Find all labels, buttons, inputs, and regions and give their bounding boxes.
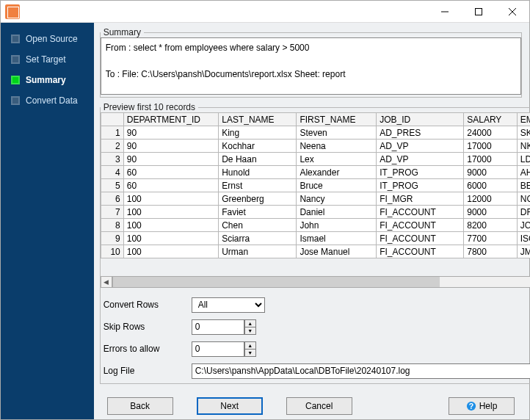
table-cell: Kochhar — [219, 140, 297, 153]
wizard-step-summary[interactable]: Summary — [1, 70, 94, 90]
skip-rows-input[interactable] — [192, 319, 244, 335]
titlebar — [1, 1, 529, 23]
spin-up-icon[interactable]: ▲ — [244, 341, 256, 349]
table-row[interactable]: 8100ChenJohnFI_ACCOUNT8200JCHEN108 — [101, 219, 530, 232]
log-file-input[interactable] — [192, 363, 530, 379]
row-num-cell: 8 — [101, 219, 123, 232]
column-header[interactable]: LAST_NAME — [219, 113, 297, 126]
next-button[interactable]: Next — [197, 397, 263, 415]
table-cell: 100 — [123, 206, 218, 219]
table-cell: 7800 — [464, 245, 518, 258]
table-cell: 7700 — [464, 232, 518, 245]
errors-allow-input[interactable] — [192, 341, 244, 357]
table-cell: ISCIARRA — [517, 232, 530, 245]
wizard-step-set-target[interactable]: Set Target — [1, 49, 94, 70]
table-cell: 9000 — [464, 166, 518, 179]
table-cell: King — [219, 126, 297, 140]
row-num-cell: 1 — [101, 126, 123, 140]
table-cell: 8200 — [464, 219, 518, 232]
step-box-icon — [11, 76, 20, 84]
step-label: Set Target — [26, 54, 65, 65]
preview-fieldset: Preview first 10 records DEPARTMENT_IDLA… — [100, 102, 530, 384]
table-row[interactable]: 7100FavietDanielFI_ACCOUNT9000DFAVIET108 — [101, 206, 530, 219]
errors-allow-spinner[interactable]: ▲▼ — [192, 341, 256, 357]
table-cell: Daniel — [297, 206, 377, 219]
table-cell: NGREENBE — [517, 192, 530, 206]
table-cell: Greenberg — [219, 192, 297, 206]
step-label: Convert Data — [26, 95, 78, 106]
table-cell: 100 — [123, 245, 218, 258]
summary-fieldset: Summary From : select * from employees w… — [100, 27, 522, 98]
step-label: Open Source — [26, 34, 78, 44]
spin-down-icon[interactable]: ▼ — [244, 327, 256, 335]
table-cell: Hunold — [219, 166, 297, 179]
maximize-button[interactable] — [462, 1, 495, 23]
table-cell: AD_VP — [377, 140, 464, 153]
svg-rect-1 — [476, 8, 482, 15]
table-row[interactable]: 190KingStevenAD_PRES24000SKINGnull — [101, 126, 530, 140]
main-panel: Summary From : select * from employees w… — [94, 23, 529, 419]
table-cell: Neena — [297, 140, 377, 153]
help-label: Help — [479, 401, 498, 411]
scroll-track[interactable] — [112, 276, 530, 288]
row-num-cell: 3 — [101, 153, 123, 166]
summary-text[interactable]: From : select * from employees where sal… — [101, 37, 521, 95]
table-cell: Steven — [297, 126, 377, 140]
table-cell: 17000 — [464, 140, 518, 153]
help-button[interactable]: ? Help — [449, 397, 515, 415]
table-cell: FI_ACCOUNT — [377, 219, 464, 232]
preview-table-wrap: DEPARTMENT_IDLAST_NAMEFIRST_NAMEJOB_IDSA… — [101, 112, 530, 258]
preview-legend: Preview first 10 records — [101, 102, 198, 112]
table-cell: 90 — [123, 126, 218, 140]
table-cell: Alexander — [297, 166, 377, 179]
scroll-thumb[interactable] — [113, 277, 440, 287]
table-cell: 100 — [123, 232, 218, 245]
table-cell: De Haan — [219, 153, 297, 166]
column-header[interactable]: EMAIL — [517, 113, 530, 126]
table-cell: Sciarra — [219, 232, 297, 245]
table-cell: DFAVIET — [517, 206, 530, 219]
table-row[interactable]: 390De HaanLexAD_VP17000LDEHAAN100 — [101, 153, 530, 166]
column-header[interactable]: FIRST_NAME — [297, 113, 377, 126]
table-row[interactable]: 6100GreenbergNancyFI_MGR12000NGREENBE101 — [101, 192, 530, 206]
step-box-icon — [11, 96, 20, 105]
row-num-cell: 6 — [101, 192, 123, 206]
table-cell: AHUNOLD — [517, 166, 530, 179]
log-file-label: Log File — [104, 366, 192, 376]
horizontal-scrollbar[interactable]: ◀ ▶ — [101, 276, 530, 288]
table-cell: 100 — [123, 219, 218, 232]
table-row[interactable]: 560ErnstBruceIT_PROG6000BERNST103 — [101, 179, 530, 192]
spin-up-icon[interactable]: ▲ — [244, 319, 256, 327]
table-row[interactable]: 290KochharNeenaAD_VP17000NKOCHHAR100 — [101, 140, 530, 153]
wizard-sidebar: Open SourceSet TargetSummaryConvert Data — [1, 23, 94, 419]
preview-table: DEPARTMENT_IDLAST_NAMEFIRST_NAMEJOB_IDSA… — [101, 112, 530, 258]
table-cell: SKING — [517, 126, 530, 140]
table-cell: JCHEN — [517, 219, 530, 232]
skip-rows-label: Skip Rows — [104, 322, 192, 332]
table-row[interactable]: 9100SciarraIsmaelFI_ACCOUNT7700ISCIARRA1… — [101, 232, 530, 245]
skip-rows-spinner[interactable]: ▲▼ — [192, 319, 256, 335]
scroll-left-icon[interactable]: ◀ — [101, 276, 112, 288]
row-num-cell: 5 — [101, 179, 123, 192]
back-button[interactable]: Back — [107, 397, 173, 415]
column-header[interactable]: SALARY — [464, 113, 518, 126]
close-button[interactable] — [495, 1, 529, 23]
errors-allow-label: Errors to allow — [104, 344, 192, 354]
minimize-button[interactable] — [428, 1, 462, 23]
app-icon — [5, 4, 20, 19]
wizard-step-open-source[interactable]: Open Source — [1, 29, 94, 49]
convert-rows-select[interactable]: All — [192, 297, 265, 313]
convert-rows-label: Convert Rows — [104, 300, 192, 310]
table-row[interactable]: 460HunoldAlexanderIT_PROG9000AHUNOLD102 — [101, 166, 530, 179]
table-cell: FI_ACCOUNT — [377, 232, 464, 245]
spin-down-icon[interactable]: ▼ — [244, 349, 256, 357]
table-row[interactable]: 10100UrmanJose ManuelFI_ACCOUNT7800JMURM… — [101, 245, 530, 258]
column-header[interactable]: JOB_ID — [377, 113, 464, 126]
wizard-step-convert-data[interactable]: Convert Data — [1, 90, 94, 111]
column-header[interactable]: DEPARTMENT_ID — [123, 113, 218, 126]
table-cell: 100 — [123, 192, 218, 206]
cancel-button[interactable]: Cancel — [286, 397, 352, 415]
table-cell: Nancy — [297, 192, 377, 206]
app-window: Open SourceSet TargetSummaryConvert Data… — [0, 0, 530, 420]
table-cell: 60 — [123, 166, 218, 179]
